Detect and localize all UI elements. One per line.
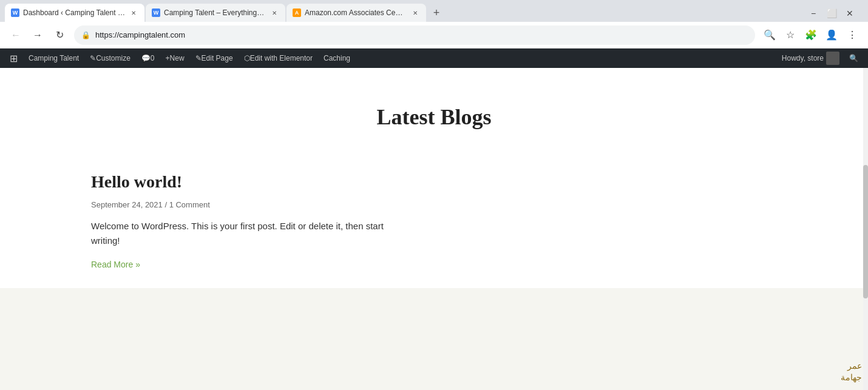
- nav-bar: ← → ↻ 🔒 https://campingtalent.com 🔍 ☆ 🧩 …: [0, 22, 868, 49]
- overlay-text: عمر جهامة: [841, 360, 862, 384]
- wp-edit-elementor[interactable]: ⬡ Edit with Elementor: [239, 49, 317, 68]
- blog-post: Hello world! September 24, 2021 / 1 Comm…: [91, 160, 777, 288]
- profile-icon[interactable]: 👤: [822, 25, 841, 45]
- tab-1[interactable]: W Dashboard ‹ Camping Talent — ... ✕: [5, 4, 144, 22]
- tab1-favicon: W: [11, 8, 19, 17]
- wp-new[interactable]: + New: [161, 49, 189, 68]
- elementor-icon: ⬡: [244, 54, 250, 62]
- section-title: Latest Blogs: [91, 104, 777, 130]
- wp-customize[interactable]: ✎ Customize: [85, 49, 135, 68]
- wp-caching[interactable]: Caching: [319, 49, 355, 68]
- tab1-title: Dashboard ‹ Camping Talent — ...: [23, 8, 125, 17]
- tab3-close[interactable]: ✕: [410, 8, 420, 18]
- wp-logo-icon: ⊞: [10, 53, 18, 64]
- bookmark-icon[interactable]: ☆: [781, 25, 800, 45]
- maximize-button[interactable]: ⬜: [823, 5, 840, 22]
- comments-icon: 💬: [141, 54, 151, 62]
- tab3-title: Amazon.com Associates Central: [305, 8, 407, 17]
- new-label: New: [170, 54, 185, 62]
- wp-edit-page[interactable]: ✎ Edit Page: [191, 49, 238, 68]
- site-name-label: Camping Talent: [29, 54, 79, 62]
- wp-admin-right: Howdy, store 🔍: [777, 49, 863, 68]
- new-tab-button[interactable]: +: [427, 4, 446, 22]
- extension-icon[interactable]: 🧩: [801, 25, 821, 45]
- address-text: https://campingtalent.com: [95, 30, 185, 39]
- tab2-favicon: W: [152, 8, 160, 17]
- caching-label: Caching: [324, 54, 350, 62]
- user-avatar-small: [826, 52, 839, 65]
- post-excerpt: Welcome to WordPress. This is your first…: [91, 219, 407, 248]
- customize-label: Customize: [96, 54, 131, 62]
- tab1-close[interactable]: ✕: [129, 8, 138, 18]
- browser-window: W Dashboard ‹ Camping Talent — ... ✕ W C…: [0, 0, 868, 390]
- lock-icon: 🔒: [81, 31, 90, 39]
- minimize-button[interactable]: −: [805, 5, 822, 22]
- page-content: Latest Blogs Hello world! September 24, …: [0, 68, 868, 390]
- read-more-link[interactable]: Read More »: [91, 260, 140, 269]
- wp-comments[interactable]: 💬 0: [137, 49, 160, 68]
- search-icon[interactable]: 🔍: [760, 25, 779, 45]
- wp-site-name[interactable]: Camping Talent: [24, 49, 84, 68]
- refresh-button[interactable]: ↻: [50, 25, 69, 45]
- address-bar[interactable]: 🔒 https://campingtalent.com: [74, 25, 755, 45]
- tab2-close[interactable]: ✕: [270, 8, 279, 18]
- wp-search-admin[interactable]: 🔍: [844, 49, 863, 68]
- edit-page-label: Edit Page: [202, 54, 233, 62]
- scrollbar[interactable]: [863, 68, 868, 390]
- scrollbar-thumb[interactable]: [863, 165, 868, 298]
- tab-bar: W Dashboard ‹ Camping Talent — ... ✕ W C…: [0, 0, 868, 22]
- back-button[interactable]: ←: [6, 25, 25, 45]
- footer-area: [0, 288, 868, 390]
- more-icon[interactable]: ⋮: [843, 25, 862, 45]
- close-button[interactable]: ✕: [841, 5, 858, 22]
- elementor-label: Edit with Elementor: [250, 54, 313, 62]
- wp-admin-bar: ⊞ Camping Talent ✎ Customize 💬 0 + New ✎…: [0, 49, 868, 68]
- customize-icon: ✎: [90, 54, 96, 62]
- howdy-text: Howdy, store: [782, 54, 824, 62]
- forward-button[interactable]: →: [28, 25, 47, 45]
- post-title: Hello world!: [91, 172, 777, 192]
- new-icon: +: [166, 54, 170, 62]
- tab3-favicon: A: [293, 8, 301, 17]
- tab2-title: Camping Talent – Everything yo...: [164, 8, 266, 17]
- comments-count: 0: [151, 54, 155, 62]
- overlay-line1: عمر: [841, 360, 862, 372]
- wp-howdy[interactable]: Howdy, store: [777, 49, 844, 68]
- tab-2[interactable]: W Camping Talent – Everything yo... ✕: [146, 4, 285, 22]
- browser-controls: − ⬜ ✕: [805, 5, 863, 22]
- nav-right-icons: 🔍 ☆ 🧩 👤 ⋮: [760, 25, 862, 45]
- tab-3[interactable]: A Amazon.com Associates Central ✕: [287, 4, 426, 22]
- content-area: Latest Blogs Hello world! September 24, …: [79, 68, 789, 288]
- edit-page-icon: ✎: [195, 54, 202, 62]
- wp-logo-item[interactable]: ⊞: [5, 49, 22, 68]
- post-meta: September 24, 2021 / 1 Comment: [91, 200, 777, 209]
- overlay-line2: جهامة: [841, 372, 862, 384]
